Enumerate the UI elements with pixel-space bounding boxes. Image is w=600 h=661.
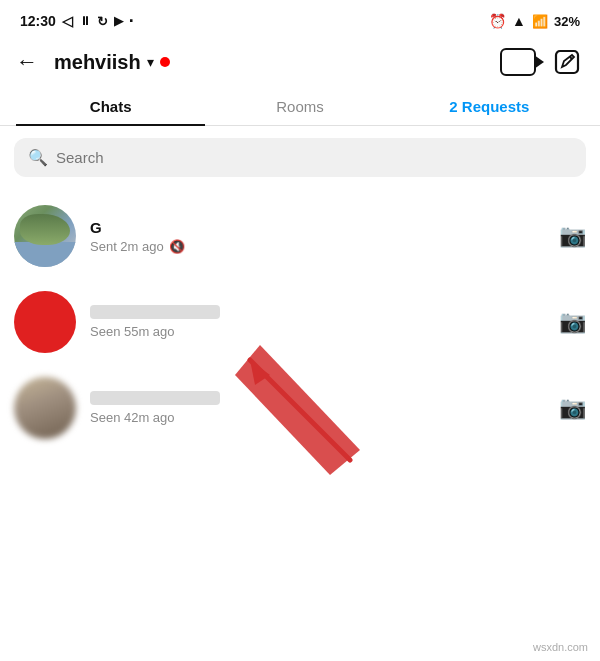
status-bar: 12:30 ◁ ⏸ ↻ ▶ · ⏰ ▲ 📶 32% <box>0 0 600 40</box>
dropdown-icon[interactable]: ▾ <box>147 54 154 70</box>
avatar-2 <box>14 291 76 353</box>
tab-rooms[interactable]: Rooms <box>205 88 394 125</box>
chat-name-3-blurred <box>90 391 220 405</box>
search-bar: 🔍 <box>14 138 586 177</box>
header-left: ← mehviish ▾ <box>16 49 170 75</box>
camera-icon-1[interactable]: 📷 <box>559 223 586 249</box>
chat-item-1[interactable]: G Sent 2m ago 🔇 📷 <box>0 193 600 279</box>
status-right: ⏰ ▲ 📶 32% <box>489 13 580 29</box>
camera-icon-3[interactable]: 📷 <box>559 395 586 421</box>
signal-icon: 📶 <box>532 14 548 29</box>
tab-chats[interactable]: Chats <box>16 88 205 125</box>
search-input[interactable] <box>56 149 572 166</box>
online-status-dot <box>160 57 170 67</box>
username-row: mehviish ▾ <box>54 51 170 74</box>
avatar-1 <box>14 205 76 267</box>
watermark: wsxdn.com <box>533 641 588 653</box>
edit-icon <box>554 49 580 75</box>
chat-status-2: Seen 55m ago <box>90 324 545 339</box>
sync-icon: ↻ <box>97 14 108 29</box>
search-icon: 🔍 <box>28 148 48 167</box>
camera-icon-2[interactable]: 📷 <box>559 309 586 335</box>
mute-icon-1: 🔇 <box>169 239 185 254</box>
battery-percent: 32% <box>554 14 580 29</box>
video-call-icon <box>500 48 536 76</box>
chat-info-1: G Sent 2m ago 🔇 <box>90 219 545 254</box>
chat-status-1: Sent 2m ago 🔇 <box>90 239 545 254</box>
alarm-icon: ⏰ <box>489 13 506 29</box>
edit-button[interactable] <box>554 49 580 75</box>
status-time: 12:30 <box>20 13 56 29</box>
chat-item-3[interactable]: Seen 42m ago 📷 <box>0 365 600 451</box>
chat-status-3: Seen 42m ago <box>90 410 545 425</box>
wifi-icon: ▲ <box>512 13 526 29</box>
chat-name-2-blurred <box>90 305 220 319</box>
chat-name-1: G <box>90 219 545 236</box>
nav-arrow-icon: ◁ <box>62 13 73 29</box>
chat-info-2: Seen 55m ago <box>90 305 545 339</box>
header-right <box>500 48 584 76</box>
svg-line-1 <box>570 57 572 59</box>
video-call-button[interactable] <box>500 48 536 76</box>
tabs-bar: Chats Rooms 2 Requests <box>0 88 600 126</box>
pause-icon: ⏸ <box>79 14 91 28</box>
tab-requests[interactable]: 2 Requests <box>395 88 584 125</box>
chat-list: G Sent 2m ago 🔇 📷 Seen 55m ago 📷 Seen 42… <box>0 189 600 455</box>
avatar-3 <box>14 377 76 439</box>
media-icon: ▶ <box>114 14 123 28</box>
chat-item-2[interactable]: Seen 55m ago 📷 <box>0 279 600 365</box>
status-left: 12:30 ◁ ⏸ ↻ ▶ · <box>20 13 134 29</box>
header: ← mehviish ▾ <box>0 40 600 88</box>
back-button[interactable]: ← <box>16 49 38 75</box>
svg-rect-0 <box>556 51 578 73</box>
chat-info-3: Seen 42m ago <box>90 391 545 425</box>
username-label: mehviish <box>54 51 141 74</box>
